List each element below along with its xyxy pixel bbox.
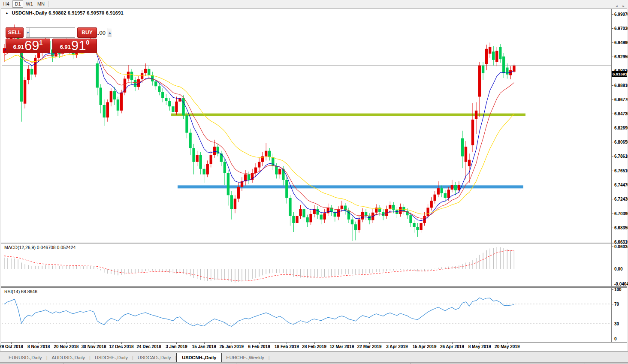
date-axis-tick [176, 343, 177, 344]
date-axis[interactable]: 29 Oct 20188 Nov 201820 Nov 201830 Nov 2… [1, 342, 627, 351]
bear-candle [230, 195, 233, 209]
quote-open: 6.90802 [48, 10, 66, 15]
tab-usdcad-daily[interactable]: USDCAD-,Daily [133, 353, 175, 362]
price-axis-label: 6.76510 [614, 168, 628, 173]
date-axis-tick [397, 343, 397, 344]
tab-eurchf-weekly[interactable]: EURCHF-,Weekly [222, 353, 268, 362]
bull-candle [265, 151, 267, 156]
axis-tick [612, 14, 613, 15]
price-axis-label: 6.70390 [614, 211, 628, 216]
price-axis-label: 6.94990 [614, 40, 628, 45]
bear-candle [148, 69, 150, 75]
price-axis-label: 6.78610 [614, 154, 628, 159]
bull-candle [341, 206, 343, 209]
bear-candle [130, 72, 133, 80]
bull-candle [144, 69, 147, 73]
bull-candle [309, 214, 312, 222]
bull-candle [258, 162, 260, 168]
axis-tick [612, 114, 613, 114]
rsi-indicator-label: RSI(14) 68.8646 [4, 289, 37, 294]
price-axis-label: 6.84730 [614, 111, 628, 116]
tab-scroll-right-icon[interactable]: ▸ [621, 3, 626, 9]
bear-candle [289, 198, 291, 216]
bull-candle [471, 120, 474, 145]
buy-price-button[interactable]: 6.91 91 0 [52, 39, 97, 53]
bull-candle [299, 209, 302, 216]
quote-high: 6.91957 [68, 10, 85, 15]
sell-button[interactable]: SELL [6, 27, 24, 38]
date-axis-tick [39, 343, 39, 344]
axis-tick [612, 324, 613, 324]
collapse-panel-icon[interactable]: ▲ [5, 11, 9, 15]
bear-candle [441, 188, 443, 193]
rsi-axis-label: 70 [614, 302, 619, 307]
price-axis-label: 6.88810 [614, 83, 628, 88]
bear-candle [223, 162, 226, 173]
macd-pane[interactable] [2, 244, 611, 286]
bull-candle [27, 69, 30, 80]
quote-low: 6.90570 [87, 10, 104, 15]
tab-scroll-left-icon[interactable]: ◂ [614, 3, 619, 9]
bear-candle [354, 224, 357, 230]
price-axis-label: 6.86770 [614, 97, 628, 102]
quote-close: 6.91691 [106, 10, 124, 15]
bull-candle [237, 187, 240, 199]
tab-separator: | [269, 355, 270, 362]
volume-increase-icon[interactable]: ▲ [108, 28, 112, 37]
sell-price-button[interactable]: 6.91 69 1 [6, 39, 50, 53]
bear-candle [154, 81, 157, 86]
bear-candle [185, 115, 188, 132]
bull-candle [106, 102, 109, 117]
rsi-axis-label: 0 [614, 336, 617, 341]
rsi-axis-label: 30 [614, 322, 619, 326]
bear-candle [506, 68, 508, 75]
timeframe-button-w1[interactable]: W1 [24, 0, 35, 8]
bear-candle [158, 86, 160, 92]
price-axis-label: 6.92950 [614, 54, 628, 59]
price-axis-label: 6.68350 [614, 225, 628, 230]
bull-candle [210, 155, 212, 164]
bear-candle [248, 174, 250, 180]
date-axis-tick [342, 343, 342, 344]
bull-candle [296, 216, 298, 223]
bull-candle [327, 208, 329, 213]
date-axis-tick [259, 343, 260, 344]
bull-candle [196, 155, 198, 162]
axis-tick [612, 57, 613, 57]
date-axis-tick [369, 343, 370, 344]
buy-button[interactable]: BUY [77, 27, 97, 38]
price-axis-label: 6.80650 [614, 140, 628, 144]
volume-decrease-icon[interactable]: ▼ [26, 28, 30, 37]
timeframe-button-h4[interactable]: H4 [1, 0, 12, 8]
date-axis-tick [66, 343, 66, 344]
bear-candle [502, 57, 505, 73]
bull-candle [234, 199, 236, 209]
date-axis-label: 20 May 2019 [488, 344, 526, 349]
axis-tick [612, 269, 613, 269]
tab-eurusd-daily[interactable]: EURUSD-,Daily [4, 353, 46, 362]
bear-candle [302, 209, 305, 217]
chart-window: ▲ USDCNH-,Daily 6.90802 6.91957 6.90570 … [1, 9, 627, 351]
buy-price-pip: 0 [86, 40, 90, 45]
bear-candle [192, 148, 195, 162]
date-axis-tick [425, 343, 425, 344]
bull-candle [110, 91, 112, 102]
macd-axis-label: -0.040415 [614, 281, 628, 286]
bear-candle [172, 106, 174, 112]
timeframe-button-mn[interactable]: MN [36, 0, 46, 8]
resistance-line[interactable] [171, 114, 525, 116]
tab-usdchf-daily[interactable]: USDCHF-,Daily [91, 353, 132, 362]
bear-candle [168, 101, 171, 106]
bull-candle [437, 188, 440, 195]
bull-candle [485, 49, 488, 64]
buy-price-big: 91 [71, 40, 86, 51]
tab-usdcnh-daily[interactable]: USDCNH-,Daily [176, 353, 222, 363]
tab-audusd-daily[interactable]: AUDUSD-,Daily [47, 353, 89, 362]
bull-candle [420, 223, 422, 230]
bear-candle [220, 153, 223, 162]
axis-tick [612, 128, 613, 128]
rsi-pane[interactable] [2, 288, 611, 342]
timeframe-button-d1[interactable]: D1 [12, 0, 23, 8]
date-axis-tick [204, 343, 205, 344]
macd-indicator-label: MACD(12,26,9) 0.046708 0.052424 [4, 245, 75, 250]
